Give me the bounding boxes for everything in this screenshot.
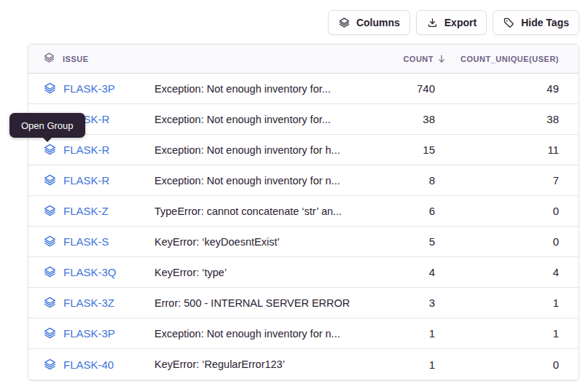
count-value: 15 <box>389 144 455 156</box>
issue-link[interactable]: FLASK-40 <box>63 358 114 371</box>
count-value: 740 <box>389 82 455 95</box>
count-unique-value: 0 <box>455 358 579 371</box>
table-row: FLASK-Z TypeError: cannot concatenate ‘s… <box>28 196 579 227</box>
issue-cell: FLASK-3Z <box>28 296 154 310</box>
table-row: FLASK-R Exception: Not enough inventory … <box>28 104 579 135</box>
table-row: FLASK-R Exception: Not enough inventory … <box>28 135 579 165</box>
table-header-row: ISSUE COUNT COUNT_UNIQUE(USER) <box>28 44 579 74</box>
count-value: 8 <box>389 174 455 187</box>
issue-description: Exception: Not enough inventory for... <box>154 83 389 95</box>
issue-description: Error: 500 - INTERNAL SERVER ERROR <box>154 297 389 309</box>
count-unique-value: 4 <box>455 266 579 278</box>
table-body: FLASK-3P Exception: Not enough inventory… <box>28 74 579 380</box>
issue-link[interactable]: FLASK-3Q <box>63 266 117 278</box>
open-group-stack-icon[interactable] <box>43 296 57 310</box>
issue-description: Exception: Not enough inventory for... <box>154 114 389 125</box>
issue-cell: FLASK-40 <box>28 358 154 372</box>
issue-cell: FLASK-R <box>28 173 154 187</box>
issue-link[interactable]: FLASK-3Z <box>63 297 114 309</box>
issue-link[interactable]: FLASK-R <box>63 174 109 187</box>
table-row: FLASK-3Q KeyError: ‘type’ 4 4 <box>28 257 579 288</box>
count-value: 3 <box>389 297 455 309</box>
issue-cell: FLASK-R <box>28 143 154 157</box>
table-row: FLASK-3Z Error: 500 - INTERNAL SERVER ER… <box>28 288 579 318</box>
issue-description: Exception: Not enough inventory for h... <box>154 144 389 156</box>
open-group-stack-icon[interactable] <box>43 235 57 248</box>
count-unique-column-label: COUNT_UNIQUE(USER) <box>460 55 559 63</box>
results-table: ISSUE COUNT COUNT_UNIQUE(USER) FLASK-3P … <box>28 44 579 380</box>
export-button-label: Export <box>444 17 477 28</box>
open-group-stack-icon[interactable] <box>43 265 57 279</box>
issue-cell: FLASK-3P <box>28 326 154 340</box>
table-row: FLASK-S KeyError: ‘keyDoesntExist’ 5 0 <box>28 227 579 257</box>
issue-link[interactable]: FLASK-R <box>63 144 109 156</box>
issue-description: KeyError: ‘type’ <box>154 267 389 278</box>
open-group-stack-icon[interactable] <box>43 326 57 340</box>
issue-column-header[interactable]: ISSUE <box>28 52 154 66</box>
table-row: FLASK-R Exception: Not enough inventory … <box>28 165 579 196</box>
open-group-stack-icon[interactable] <box>43 173 57 187</box>
tag-icon <box>503 17 515 29</box>
table-row: FLASK-3P Exception: Not enough inventory… <box>28 318 579 349</box>
count-unique-value: 11 <box>455 144 579 156</box>
issue-cell: FLASK-3Q <box>28 265 154 279</box>
count-unique-value: 0 <box>455 205 579 217</box>
issue-link[interactable]: FLASK-Z <box>63 205 109 217</box>
stack-icon <box>43 52 55 66</box>
stack-icon <box>338 17 350 29</box>
table-row: FLASK-40 KeyError: ‘RegularError123’ 1 0 <box>28 349 579 380</box>
issue-cell: FLASK-S <box>28 235 154 248</box>
count-value: 6 <box>389 205 455 217</box>
export-button[interactable]: Export <box>416 10 487 35</box>
open-group-tooltip-label: Open Group <box>21 120 74 131</box>
count-unique-value: 38 <box>455 113 579 125</box>
hide-tags-button-label: Hide Tags <box>521 17 569 28</box>
issue-link[interactable]: FLASK-3P <box>63 82 115 95</box>
count-unique-value: 49 <box>455 82 579 95</box>
issue-cell: FLASK-Z <box>28 204 154 218</box>
issue-description: Exception: Not enough inventory for n... <box>154 175 389 187</box>
issue-cell: FLASK-3P <box>28 82 154 95</box>
columns-button-label: Columns <box>356 17 400 28</box>
count-value: 4 <box>389 266 455 278</box>
issue-description: KeyError: ‘keyDoesntExist’ <box>154 236 389 248</box>
open-group-stack-icon[interactable] <box>43 82 57 95</box>
toolbar: Columns Export Hide Tags <box>328 10 579 35</box>
count-value: 38 <box>389 113 455 125</box>
issue-column-label: ISSUE <box>63 55 89 63</box>
issue-description: KeyError: ‘RegularError123’ <box>154 358 389 370</box>
count-value: 1 <box>389 327 455 340</box>
count-column-header[interactable]: COUNT <box>389 54 455 64</box>
count-unique-column-header[interactable]: COUNT_UNIQUE(USER) <box>455 55 579 63</box>
issue-link[interactable]: FLASK-S <box>63 235 109 248</box>
issue-description: Exception: Not enough inventory for n... <box>154 328 389 340</box>
count-unique-value: 1 <box>455 297 579 309</box>
count-unique-value: 0 <box>455 235 579 248</box>
count-unique-value: 1 <box>455 327 579 340</box>
count-value: 5 <box>389 235 455 248</box>
issue-link[interactable]: FLASK-3P <box>63 327 115 340</box>
table-row: FLASK-3P Exception: Not enough inventory… <box>28 74 579 104</box>
open-group-tooltip: Open Group <box>9 113 85 138</box>
open-group-stack-icon[interactable] <box>43 143 57 157</box>
open-group-stack-icon[interactable] <box>43 204 57 218</box>
tooltip-caret <box>42 137 52 142</box>
hide-tags-button[interactable]: Hide Tags <box>493 10 579 35</box>
count-unique-value: 7 <box>455 174 579 187</box>
download-icon <box>426 17 439 29</box>
open-group-stack-icon[interactable] <box>43 358 57 372</box>
issue-description: TypeError: cannot concatenate ‘str’ an..… <box>154 205 389 217</box>
sort-desc-arrow-icon <box>436 54 447 64</box>
count-column-label: COUNT <box>403 55 434 63</box>
count-value: 1 <box>389 358 455 371</box>
columns-button[interactable]: Columns <box>328 10 410 35</box>
